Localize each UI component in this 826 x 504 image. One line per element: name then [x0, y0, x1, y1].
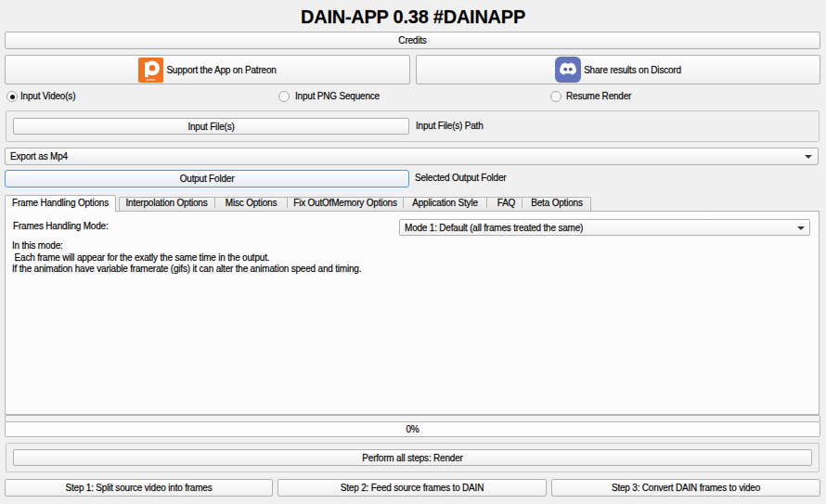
svg-text:patreon: patreon	[147, 77, 156, 81]
